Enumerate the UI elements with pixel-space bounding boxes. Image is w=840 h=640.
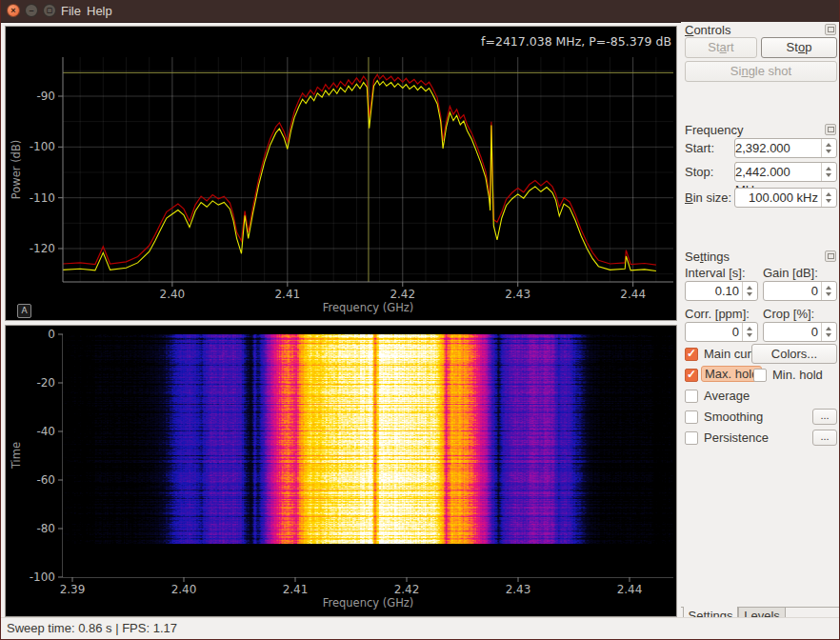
menu-help[interactable]: Help [81, 0, 118, 22]
stop-button[interactable]: Stop [761, 37, 837, 58]
freq-start-spinbox[interactable]: 2,392.000 MHz [734, 138, 837, 158]
statusbar: Sweep time: 0.86 s | FPS: 1.17 [1, 617, 839, 639]
smoothing-more-button[interactable]: ... [812, 409, 837, 425]
svg-text:-40: -40 [36, 425, 55, 438]
freq-start-label: Start: [685, 141, 714, 155]
gain-label: Gain [dB]: [763, 266, 818, 280]
svg-text:Frequency (GHz): Frequency (GHz) [323, 596, 414, 610]
svg-text:-100: -100 [30, 570, 55, 584]
bin-size-value[interactable]: 100.000 kHz [749, 189, 818, 207]
svg-text:-80: -80 [36, 522, 55, 535]
svg-text:-110: -110 [30, 191, 55, 205]
spinner-arrows-icon[interactable] [821, 323, 836, 341]
persistence-more-button[interactable]: ... [812, 430, 837, 446]
main-curve-checkbox[interactable] [685, 348, 698, 361]
dock-float-icon[interactable] [825, 24, 836, 35]
svg-text:2.41: 2.41 [283, 583, 309, 596]
svg-text:2.41: 2.41 [274, 288, 300, 301]
status-text: Sweep time: 0.86 s | FPS: 1.17 [7, 621, 177, 635]
interval-label: Interval [s]: [685, 266, 746, 280]
crop-spinbox[interactable]: 0 [763, 322, 837, 342]
svg-text:Power (dB): Power (dB) [10, 140, 23, 200]
average-checkbox[interactable] [685, 390, 698, 403]
maximize-icon[interactable]: ▢ [43, 4, 56, 17]
corr-label: Corr. [ppm]: [685, 307, 750, 321]
average-label: Average [704, 389, 750, 403]
spinner-arrows-icon[interactable] [821, 189, 836, 207]
dock-float-icon[interactable] [825, 250, 836, 262]
persistence-checkbox[interactable] [685, 431, 698, 445]
spinner-arrows-icon[interactable] [742, 282, 757, 300]
svg-text:-120: -120 [30, 242, 55, 255]
main-curve [63, 81, 656, 271]
settings-group-title: Settings [685, 250, 730, 264]
colors-button[interactable]: Colors... [751, 344, 837, 364]
bin-size-spinbox[interactable]: 100.000 kHz [734, 188, 837, 208]
spinner-arrows-icon[interactable] [821, 139, 836, 157]
dock-float-icon[interactable] [825, 124, 836, 135]
svg-text:2.44: 2.44 [620, 288, 646, 301]
max-hold-checkbox[interactable] [685, 369, 698, 382]
smoothing-label: Smoothing [704, 410, 763, 424]
svg-text:-90: -90 [36, 90, 55, 103]
svg-text:0: 0 [48, 328, 55, 341]
interval-spinbox[interactable]: 0.10 [685, 281, 758, 301]
single-shot-button[interactable]: Single shot [685, 61, 837, 82]
svg-text:-20: -20 [36, 376, 55, 390]
spectrum-svg: 2.402.412.422.432.44-90-100-110-120f=241… [6, 27, 676, 320]
corr-spinbox[interactable]: 0 [685, 322, 758, 342]
app-window: × – ▢ File Help 2.402.412.422.432.44-90-… [0, 0, 840, 640]
svg-text:-100: -100 [30, 140, 55, 153]
svg-text:2.43: 2.43 [505, 288, 530, 301]
crop-label: Crop [%]: [763, 307, 814, 321]
gain-spinbox[interactable]: 0 [763, 281, 837, 301]
max-hold-curve [63, 74, 656, 265]
spectrum-plot[interactable]: 2.402.412.422.432.44-90-100-110-120f=241… [5, 26, 677, 321]
svg-text:2.42: 2.42 [394, 583, 420, 596]
svg-text:2.43: 2.43 [506, 583, 531, 596]
spinner-arrows-icon[interactable] [821, 163, 836, 181]
persistence-label: Persistence [704, 430, 769, 445]
gain-value[interactable]: 0 [811, 282, 818, 300]
svg-text:2.40: 2.40 [160, 288, 186, 301]
controls-group-title: Controls [685, 23, 730, 37]
interval-value[interactable]: 0.10 [715, 282, 739, 300]
spinner-arrows-icon[interactable] [742, 323, 757, 341]
svg-text:Time: Time [10, 442, 23, 470]
frequency-group-title: Frequency [685, 123, 743, 137]
bin-size-label: Bin size: [685, 190, 731, 205]
svg-text:2.44: 2.44 [617, 583, 643, 596]
auto-range-button[interactable]: A [17, 304, 31, 318]
svg-text:2.42: 2.42 [390, 288, 415, 301]
minimize-icon[interactable]: – [25, 4, 38, 17]
svg-text:2.40: 2.40 [171, 583, 197, 596]
min-hold-label: Min. hold [772, 368, 823, 382]
waterfall-plot[interactable]: 2.392.402.412.422.432.440-20-40-60-80-10… [5, 325, 677, 617]
close-icon[interactable]: × [7, 4, 20, 17]
waterfall-image[interactable] [63, 334, 673, 577]
svg-text:2.39: 2.39 [60, 583, 86, 596]
crop-value[interactable]: 0 [811, 323, 818, 341]
start-button[interactable]: Start [685, 37, 757, 58]
freq-stop-spinbox[interactable]: 2,442.000 MHz [734, 162, 837, 182]
cursor-readout: f=2417.038 MHz, P=-85.379 dB [481, 34, 671, 49]
sidebar: Controls Start Stop Single shot Frequenc… [681, 22, 840, 617]
min-hold-checkbox[interactable] [753, 369, 767, 382]
freq-stop-label: Stop: [685, 165, 713, 179]
titlebar: × – ▢ File Help [1, 0, 839, 23]
spinner-arrows-icon[interactable] [821, 282, 836, 300]
svg-text:Frequency (GHz): Frequency (GHz) [323, 301, 414, 314]
svg-text:-60: -60 [36, 473, 55, 487]
smoothing-checkbox[interactable] [685, 410, 698, 424]
corr-value[interactable]: 0 [732, 323, 739, 341]
